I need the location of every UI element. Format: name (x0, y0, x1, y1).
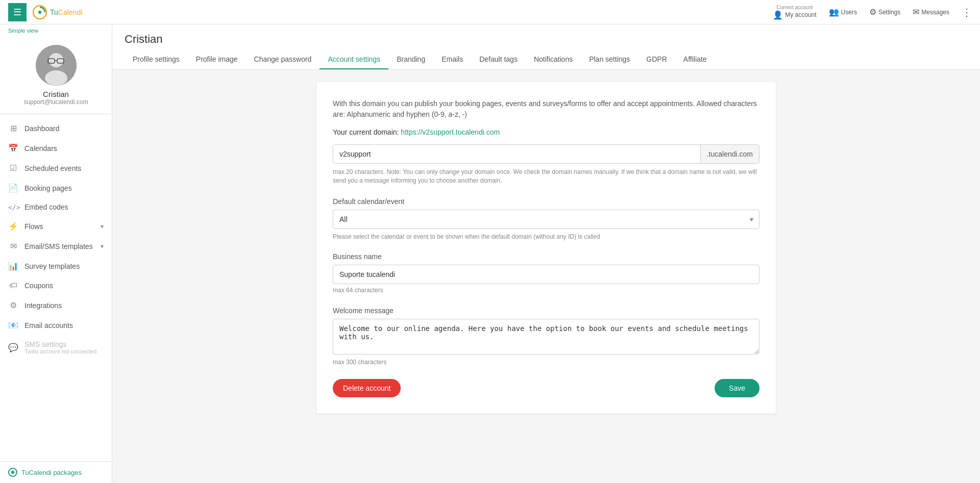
sidebar-item-survey-templates[interactable]: 📊 Survey templates (0, 256, 112, 276)
sidebar-item-sms-settings[interactable]: 💬 SMS settings Twilio account not connec… (0, 335, 112, 360)
domain-input-row: .tucalendi.com (333, 144, 760, 164)
sidebar-item-scheduled-events[interactable]: ☑ Scheduled events (0, 158, 112, 178)
my-account-button[interactable]: Current account 👤 My account (773, 5, 816, 20)
page-header: Cristian Profile settings Profile image … (112, 24, 980, 70)
sidebar-item-label: Flows (24, 222, 94, 231)
sidebar-item-embed-codes[interactable]: </> Embed codes (0, 198, 112, 216)
tabs: Profile settings Profile image Change pa… (125, 50, 968, 69)
domain-input[interactable] (333, 145, 700, 163)
sidebar-item-label: Embed codes (24, 203, 104, 211)
tab-profile-image[interactable]: Profile image (188, 50, 246, 69)
avatar-image (36, 45, 77, 86)
main-content: Cristian Profile settings Profile image … (112, 24, 980, 483)
business-name-input[interactable] (333, 265, 760, 284)
packages-icon (8, 468, 17, 477)
sidebar-footer: TuCalendi packages (0, 461, 112, 483)
simple-view-link[interactable]: Simple view (0, 24, 112, 37)
svg-point-9 (11, 471, 14, 474)
sidebar-item-label: SMS settings (24, 340, 96, 348)
nav-section: ⊞ Dashboard 📅 Calendars ☑ Scheduled even… (0, 114, 112, 461)
topbar: ☰ TuCalendi Current account 👤 My account (0, 0, 980, 24)
packages-link[interactable]: TuCalendi packages (8, 468, 104, 477)
tab-notifications[interactable]: Notifications (526, 50, 581, 69)
logo-icon (33, 5, 47, 19)
topbar-right: Current account 👤 My account 👥 Users ⚙ S… (773, 5, 972, 20)
tab-gdpr[interactable]: GDPR (638, 50, 675, 69)
sidebar-item-integrations[interactable]: ⚙ Integrations (0, 295, 112, 315)
domain-suffix: .tucalendi.com (700, 145, 759, 163)
welcome-message-input[interactable]: Welcome to our online agenda. Here you h… (333, 319, 760, 354)
save-button[interactable]: Save (715, 379, 760, 397)
chevron-down-icon: ▾ (101, 223, 104, 230)
sidebar-item-email-sms-templates[interactable]: ✉ Email/SMS templates ▾ (0, 236, 112, 256)
logo-text: TuCalendi (50, 8, 82, 16)
form-actions: Delete account Save (333, 379, 760, 397)
current-domain-link[interactable]: https://v2support.tucalendi.com (401, 128, 500, 136)
more-menu-button[interactable]: ⋮ (962, 6, 972, 18)
sidebar-item-email-accounts[interactable]: 📧 Email accounts (0, 315, 112, 335)
sidebar-item-label: Calendars (24, 144, 104, 152)
settings-icon: ⚙ (869, 7, 876, 17)
sidebar-item-label: Email/SMS templates (24, 242, 94, 250)
svg-point-1 (38, 11, 41, 14)
embed-codes-icon: </> (8, 204, 18, 211)
welcome-message-helper: max 300 characters (333, 358, 760, 367)
settings-label: Settings (878, 9, 900, 16)
messages-label: Messages (921, 9, 949, 16)
settings-card: With this domain you can publish your bo… (316, 82, 776, 414)
tab-affiliate[interactable]: Affiliate (675, 50, 715, 69)
tab-default-tags[interactable]: Default tags (471, 50, 526, 69)
user-section: Cristian support@tucalendi.com (0, 37, 112, 114)
users-button[interactable]: 👥 Users (829, 7, 857, 17)
scheduled-events-icon: ☑ (8, 163, 18, 173)
svg-point-3 (49, 53, 63, 67)
sidebar-item-label: Survey templates (24, 262, 104, 270)
calendar-helper-text: Please select the calendar or event to b… (333, 233, 760, 240)
sidebar-item-booking-pages[interactable]: 📄 Booking pages (0, 178, 112, 198)
tab-branding[interactable]: Branding (388, 50, 433, 69)
sms-sublabel: Twilio account not connected (24, 348, 96, 354)
sidebar-item-coupons[interactable]: 🏷 Coupons (0, 276, 112, 295)
current-account-label: Current account (776, 5, 813, 10)
settings-button[interactable]: ⚙ Settings (869, 7, 900, 17)
user-name: Cristian (43, 90, 69, 98)
sidebar-item-dashboard[interactable]: ⊞ Dashboard (0, 118, 112, 138)
booking-pages-icon: 📄 (8, 183, 18, 193)
sidebar-item-label: Integrations (24, 301, 104, 310)
default-calendar-wrapper: All Calendar 1 Calendar 2 ▾ (333, 210, 760, 229)
business-name-label: Business name (333, 252, 760, 261)
tab-account-settings[interactable]: Account settings (320, 50, 388, 69)
tab-plan-settings[interactable]: Plan settings (581, 50, 638, 69)
tab-change-password[interactable]: Change password (246, 50, 320, 69)
sms-settings-icon: 💬 (8, 343, 18, 352)
delete-account-button[interactable]: Delete account (333, 379, 401, 397)
tab-profile-settings[interactable]: Profile settings (125, 50, 188, 69)
current-domain-text: Your current domain: https://v2support.t… (333, 128, 760, 136)
sidebar-item-flows[interactable]: ⚡ Flows ▾ (0, 216, 112, 236)
flows-icon: ⚡ (8, 221, 18, 231)
users-label: Users (841, 9, 857, 16)
sidebar-item-label: Booking pages (24, 184, 104, 192)
sidebar-item-label: Email accounts (24, 321, 104, 329)
tab-emails[interactable]: Emails (433, 50, 471, 69)
chevron-down-icon: ▾ (101, 243, 104, 250)
hamburger-icon: ☰ (13, 7, 21, 18)
avatar (36, 45, 77, 86)
logo[interactable]: TuCalendi (33, 5, 82, 19)
sidebar-item-calendars[interactable]: 📅 Calendars (0, 138, 112, 158)
topbar-left: ☰ TuCalendi (8, 3, 82, 21)
default-calendar-select[interactable]: All Calendar 1 Calendar 2 (333, 210, 760, 229)
users-icon: 👥 (829, 7, 839, 17)
description-text: With this domain you can publish your bo… (333, 98, 760, 120)
coupons-icon: 🏷 (8, 281, 18, 290)
messages-button[interactable]: ✉ Messages (913, 7, 949, 17)
integrations-icon: ⚙ (8, 300, 18, 310)
my-account-label: My account (785, 11, 816, 18)
dashboard-icon: ⊞ (8, 123, 18, 133)
hamburger-button[interactable]: ☰ (8, 3, 27, 21)
logo-calendi: Calendi (58, 8, 82, 16)
sidebar: Simple view Cristian support@tucalendi.c… (0, 24, 112, 483)
my-account-icon: 👤 (773, 10, 783, 20)
domain-helper-text: max 20 characters. Note: You can only ch… (333, 168, 760, 185)
user-email: support@tucalendi.com (23, 98, 88, 106)
